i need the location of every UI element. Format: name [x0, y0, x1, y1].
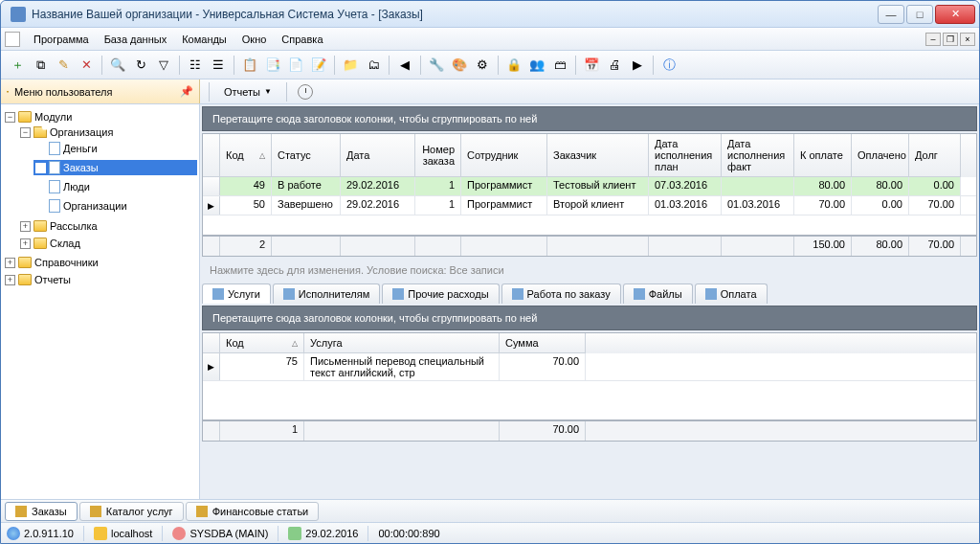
expand-icon[interactable]: + [20, 238, 31, 249]
col-opl[interactable]: К оплате [794, 134, 852, 177]
refresh-icon[interactable]: ↻ [130, 55, 151, 76]
tab-icon [15, 506, 27, 517]
tb-icon-1[interactable]: ☷ [185, 55, 206, 76]
reports-dropdown[interactable]: Отчеты ▼ [220, 84, 276, 100]
detail-grid-footer: 1 70.00 [203, 419, 976, 441]
tb-icon-5[interactable]: 📄 [285, 55, 306, 76]
expand-icon[interactable]: + [20, 221, 31, 232]
menu-database[interactable]: База данных [97, 31, 175, 48]
users-icon[interactable]: 👥 [526, 55, 547, 76]
menu-window[interactable]: Окно [234, 31, 275, 48]
page-icon [49, 142, 60, 155]
tb-icon-9[interactable]: ◀ [394, 55, 415, 76]
col-status[interactable]: Статус [272, 134, 341, 177]
tree-money[interactable]: Деньги [63, 143, 98, 154]
page-icon [49, 161, 60, 174]
info-icon[interactable]: ⓘ [658, 55, 679, 76]
sort-asc-icon: △ [259, 151, 265, 160]
user-menu-panel-header[interactable]: Меню пользователя 📌 [1, 79, 200, 103]
clock-icon[interactable] [298, 84, 313, 100]
dcol-usl[interactable]: Услуга [304, 333, 500, 353]
menu-help[interactable]: Справка [274, 31, 330, 48]
search-condition-bar[interactable]: Нажмите здесь для изменения. Условие пои… [202, 261, 977, 280]
detail-group-hint[interactable]: Перетащите сюда заголовок колонки, чтобы… [202, 306, 977, 330]
orders-grid[interactable]: Код△ Статус Дата Номер заказа Сотрудник … [202, 133, 977, 257]
tb-icon-10[interactable]: ⚙ [472, 55, 493, 76]
tree-modules[interactable]: Модули [34, 111, 72, 123]
nav-tree[interactable]: −Модули −Организация Деньги Заказы Люди … [1, 104, 200, 499]
tree-orgs[interactable]: Организации [63, 200, 127, 212]
tab-files[interactable]: Файлы [623, 283, 693, 304]
btab-finance[interactable]: Финансовые статьи [186, 502, 320, 521]
lock-icon[interactable]: 🔒 [503, 55, 524, 76]
col-paid[interactable]: Оплачено [852, 134, 909, 177]
globe-icon [7, 527, 20, 540]
table-row[interactable]: 49 В работе 29.02.2016 1 Программист Тес… [203, 177, 976, 196]
menu-program[interactable]: Программа [26, 31, 97, 48]
tab-executors[interactable]: Исполнителям [273, 283, 380, 304]
tree-org[interactable]: Организация [50, 126, 113, 138]
close-button[interactable]: ✕ [935, 5, 975, 24]
search-icon[interactable]: 🔍 [107, 55, 128, 76]
edit-icon[interactable]: ✎ [53, 55, 74, 76]
tree-mail[interactable]: Рассылка [50, 220, 98, 232]
tb-icon-6[interactable]: 📝 [308, 55, 329, 76]
maximize-button[interactable]: □ [906, 5, 933, 24]
btab-catalog[interactable]: Каталог услуг [79, 502, 184, 521]
table-row[interactable]: ▶ 50 Завершено 29.02.2016 1 Программист … [203, 196, 976, 215]
tools-icon[interactable]: 🔧 [426, 55, 447, 76]
expand-icon[interactable]: − [5, 112, 15, 123]
col-kod[interactable]: Код△ [220, 134, 272, 177]
dcol-sum[interactable]: Сумма [500, 333, 586, 353]
play-icon[interactable]: ▶ [627, 55, 648, 76]
menu-commands[interactable]: Команды [174, 31, 234, 48]
col-fact[interactable]: Дата исполнения факт [722, 134, 794, 177]
calendar-icon[interactable]: 📅 [581, 55, 602, 76]
tree-orders[interactable]: Заказы [63, 162, 99, 173]
row-indicator-icon: ▶ [203, 353, 220, 380]
col-nomer[interactable]: Номер заказа [415, 134, 461, 177]
services-grid[interactable]: Код△ Услуга Сумма ▶ 75 Письменный перево… [202, 332, 977, 442]
group-hint-bar[interactable]: Перетащите сюда заголовок колонки, чтобы… [202, 106, 977, 131]
tb-icon-11[interactable]: 🗃 [549, 55, 570, 76]
tree-refs[interactable]: Справочники [34, 257, 99, 268]
col-sotr[interactable]: Сотрудник [461, 134, 547, 177]
expand-icon[interactable]: − [20, 127, 31, 138]
row-indicator-icon: ▶ [203, 196, 220, 215]
add-icon[interactable]: ＋ [7, 55, 28, 76]
tree-warehouse[interactable]: Склад [50, 238, 80, 249]
col-data[interactable]: Дата [341, 134, 415, 177]
expand-icon[interactable]: + [5, 275, 15, 285]
tb-icon-2[interactable]: ☰ [208, 55, 229, 76]
tab-payment[interactable]: Оплата [695, 283, 768, 304]
tab-work[interactable]: Работа по заказу [501, 283, 621, 304]
app-icon [11, 7, 26, 22]
mdi-minimize[interactable]: – [925, 33, 941, 46]
tree-people[interactable]: Люди [63, 181, 90, 193]
pin-icon[interactable]: 📌 [180, 85, 193, 98]
dcol-kod[interactable]: Код△ [220, 333, 304, 353]
print-icon[interactable]: 🖨 [604, 55, 625, 76]
mdi-close[interactable]: × [960, 33, 975, 46]
table-row[interactable]: ▶ 75 Письменный перевод специальный текс… [203, 353, 976, 381]
tb-icon-4[interactable]: 📑 [262, 55, 283, 76]
tb-icon-7[interactable]: 📁 [340, 55, 361, 76]
col-dolg[interactable]: Долг [909, 134, 961, 177]
tab-expenses[interactable]: Прочие расходы [382, 283, 499, 304]
mdi-restore[interactable]: ❐ [943, 33, 958, 46]
copy-icon[interactable]: ⧉ [30, 55, 51, 76]
minimize-button[interactable]: — [878, 5, 904, 24]
col-zak[interactable]: Заказчик [547, 134, 649, 177]
tab-services[interactable]: Услуги [202, 283, 271, 304]
tab-icon [512, 288, 523, 300]
menubar: Программа База данных Команды Окно Справ… [1, 28, 979, 51]
palette-icon[interactable]: 🎨 [449, 55, 470, 76]
tb-icon-8[interactable]: 🗂 [363, 55, 384, 76]
filter-icon[interactable]: ▽ [153, 55, 174, 76]
tb-icon-3[interactable]: 📋 [239, 55, 260, 76]
delete-icon[interactable]: ✕ [76, 55, 97, 76]
col-plan[interactable]: Дата исполнения план [649, 134, 722, 177]
btab-orders[interactable]: Заказы [5, 502, 78, 521]
tree-rpts[interactable]: Отчеты [34, 274, 71, 285]
expand-icon[interactable]: + [5, 258, 15, 268]
